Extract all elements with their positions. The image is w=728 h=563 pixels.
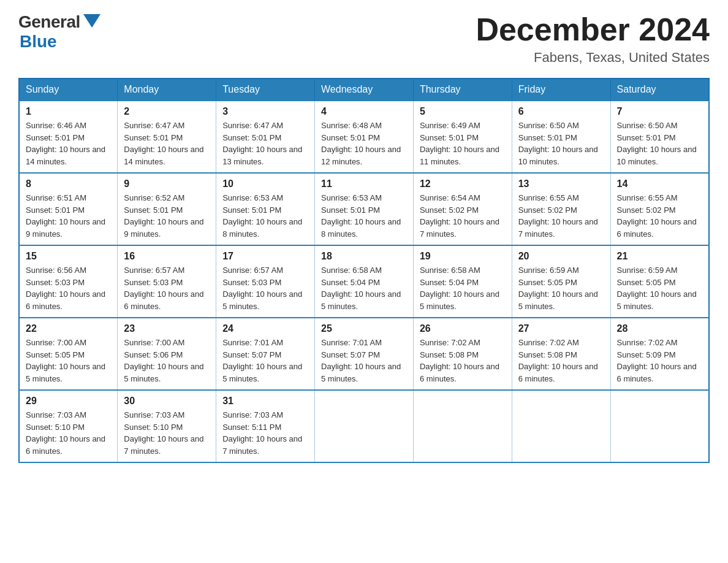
- calendar-cell: 6Sunrise: 6:50 AMSunset: 5:01 PMDaylight…: [512, 101, 610, 173]
- calendar-cell: 9Sunrise: 6:52 AMSunset: 5:01 PMDaylight…: [118, 173, 216, 245]
- day-info: Sunrise: 7:00 AMSunset: 5:05 PMDaylight:…: [26, 337, 111, 385]
- calendar-header-sunday: Sunday: [19, 79, 118, 101]
- calendar-header-monday: Monday: [118, 79, 216, 101]
- day-info: Sunrise: 6:50 AMSunset: 5:01 PMDaylight:…: [518, 120, 604, 167]
- day-number: 3: [222, 106, 308, 117]
- day-number: 5: [420, 106, 506, 117]
- page-header: General Blue December 2024 Fabens, Texas…: [18, 12, 710, 66]
- day-number: 25: [321, 323, 407, 334]
- day-info: Sunrise: 6:53 AMSunset: 5:01 PMDaylight:…: [321, 192, 407, 240]
- calendar-header-friday: Friday: [512, 79, 610, 101]
- calendar-cell: 18Sunrise: 6:58 AMSunset: 5:04 PMDayligh…: [315, 245, 414, 318]
- day-info: Sunrise: 6:47 AMSunset: 5:01 PMDaylight:…: [222, 120, 308, 167]
- calendar-header-row: SundayMondayTuesdayWednesdayThursdayFrid…: [19, 79, 709, 101]
- day-info: Sunrise: 6:49 AMSunset: 5:01 PMDaylight:…: [420, 120, 506, 167]
- calendar-cell: 22Sunrise: 7:00 AMSunset: 5:05 PMDayligh…: [19, 318, 118, 390]
- day-info: Sunrise: 7:01 AMSunset: 5:07 PMDaylight:…: [321, 337, 407, 385]
- svg-marker-0: [83, 14, 100, 28]
- calendar-cell: [413, 390, 512, 462]
- day-info: Sunrise: 6:50 AMSunset: 5:01 PMDaylight:…: [617, 120, 702, 167]
- day-info: Sunrise: 6:57 AMSunset: 5:03 PMDaylight:…: [222, 264, 308, 312]
- calendar-cell: 25Sunrise: 7:01 AMSunset: 5:07 PMDayligh…: [315, 318, 414, 390]
- calendar-week-row-2: 8Sunrise: 6:51 AMSunset: 5:01 PMDaylight…: [19, 173, 709, 245]
- calendar-cell: 8Sunrise: 6:51 AMSunset: 5:01 PMDaylight…: [19, 173, 118, 245]
- day-info: Sunrise: 7:03 AMSunset: 5:10 PMDaylight:…: [26, 409, 111, 457]
- day-info: Sunrise: 6:55 AMSunset: 5:02 PMDaylight:…: [518, 192, 604, 240]
- day-number: 22: [26, 323, 111, 334]
- day-number: 13: [518, 178, 604, 190]
- day-number: 20: [518, 251, 604, 262]
- calendar-cell: 16Sunrise: 6:57 AMSunset: 5:03 PMDayligh…: [118, 245, 216, 318]
- day-info: Sunrise: 6:48 AMSunset: 5:01 PMDaylight:…: [321, 120, 407, 167]
- day-number: 24: [222, 323, 308, 334]
- calendar-cell: 19Sunrise: 6:58 AMSunset: 5:04 PMDayligh…: [413, 245, 512, 318]
- day-number: 29: [26, 396, 111, 407]
- logo-general-text: General: [18, 12, 80, 32]
- calendar-week-row-1: 1Sunrise: 6:46 AMSunset: 5:01 PMDaylight…: [19, 101, 709, 173]
- day-number: 2: [124, 106, 210, 117]
- calendar-cell: 5Sunrise: 6:49 AMSunset: 5:01 PMDaylight…: [413, 101, 512, 173]
- day-number: 15: [26, 251, 111, 262]
- calendar-cell: 27Sunrise: 7:02 AMSunset: 5:08 PMDayligh…: [512, 318, 610, 390]
- day-number: 18: [321, 251, 407, 262]
- calendar-cell: 21Sunrise: 6:59 AMSunset: 5:05 PMDayligh…: [610, 245, 709, 318]
- day-number: 9: [124, 178, 210, 190]
- day-info: Sunrise: 6:46 AMSunset: 5:01 PMDaylight:…: [26, 120, 111, 167]
- calendar-cell: 12Sunrise: 6:54 AMSunset: 5:02 PMDayligh…: [413, 173, 512, 245]
- calendar-header-thursday: Thursday: [413, 79, 512, 101]
- day-info: Sunrise: 6:56 AMSunset: 5:03 PMDaylight:…: [26, 264, 111, 312]
- day-info: Sunrise: 7:02 AMSunset: 5:09 PMDaylight:…: [617, 337, 702, 385]
- day-info: Sunrise: 7:03 AMSunset: 5:10 PMDaylight:…: [124, 409, 210, 457]
- day-info: Sunrise: 6:59 AMSunset: 5:05 PMDaylight:…: [617, 264, 702, 312]
- calendar-cell: 14Sunrise: 6:55 AMSunset: 5:02 PMDayligh…: [610, 173, 709, 245]
- calendar-cell: 13Sunrise: 6:55 AMSunset: 5:02 PMDayligh…: [512, 173, 610, 245]
- day-info: Sunrise: 7:01 AMSunset: 5:07 PMDaylight:…: [222, 337, 308, 385]
- calendar-cell: 23Sunrise: 7:00 AMSunset: 5:06 PMDayligh…: [118, 318, 216, 390]
- day-info: Sunrise: 6:59 AMSunset: 5:05 PMDaylight:…: [518, 264, 604, 312]
- day-info: Sunrise: 6:55 AMSunset: 5:02 PMDaylight:…: [617, 192, 702, 240]
- logo-arrow-icon: [83, 14, 100, 28]
- calendar-header-tuesday: Tuesday: [216, 79, 315, 101]
- day-number: 27: [518, 323, 604, 334]
- day-info: Sunrise: 7:03 AMSunset: 5:11 PMDaylight:…: [222, 409, 308, 457]
- day-info: Sunrise: 7:02 AMSunset: 5:08 PMDaylight:…: [420, 337, 506, 385]
- day-info: Sunrise: 6:57 AMSunset: 5:03 PMDaylight:…: [124, 264, 210, 312]
- calendar-cell: 3Sunrise: 6:47 AMSunset: 5:01 PMDaylight…: [216, 101, 315, 173]
- calendar-cell: 11Sunrise: 6:53 AMSunset: 5:01 PMDayligh…: [315, 173, 414, 245]
- day-number: 31: [222, 396, 308, 407]
- day-number: 26: [420, 323, 506, 334]
- calendar-cell: [315, 390, 414, 462]
- calendar-cell: 2Sunrise: 6:47 AMSunset: 5:01 PMDaylight…: [118, 101, 216, 173]
- day-info: Sunrise: 7:02 AMSunset: 5:08 PMDaylight:…: [518, 337, 604, 385]
- day-info: Sunrise: 7:00 AMSunset: 5:06 PMDaylight:…: [124, 337, 210, 385]
- calendar-cell: [610, 390, 709, 462]
- day-number: 16: [124, 251, 210, 262]
- calendar-cell: 10Sunrise: 6:53 AMSunset: 5:01 PMDayligh…: [216, 173, 315, 245]
- calendar-cell: 15Sunrise: 6:56 AMSunset: 5:03 PMDayligh…: [19, 245, 118, 318]
- day-number: 11: [321, 178, 407, 190]
- day-number: 8: [26, 178, 111, 190]
- day-number: 4: [321, 106, 407, 117]
- day-number: 30: [124, 396, 210, 407]
- day-info: Sunrise: 6:52 AMSunset: 5:01 PMDaylight:…: [124, 192, 210, 240]
- calendar-cell: 20Sunrise: 6:59 AMSunset: 5:05 PMDayligh…: [512, 245, 610, 318]
- logo-blue-text: Blue: [20, 32, 57, 51]
- calendar-cell: 28Sunrise: 7:02 AMSunset: 5:09 PMDayligh…: [610, 318, 709, 390]
- day-number: 28: [617, 323, 702, 334]
- calendar-cell: [512, 390, 610, 462]
- calendar-week-row-4: 22Sunrise: 7:00 AMSunset: 5:05 PMDayligh…: [19, 318, 709, 390]
- calendar-header-saturday: Saturday: [610, 79, 709, 101]
- calendar-week-row-5: 29Sunrise: 7:03 AMSunset: 5:10 PMDayligh…: [19, 390, 709, 462]
- calendar-cell: 24Sunrise: 7:01 AMSunset: 5:07 PMDayligh…: [216, 318, 315, 390]
- calendar-table: SundayMondayTuesdayWednesdayThursdayFrid…: [18, 78, 710, 463]
- calendar-cell: 1Sunrise: 6:46 AMSunset: 5:01 PMDaylight…: [19, 101, 118, 173]
- day-info: Sunrise: 6:58 AMSunset: 5:04 PMDaylight:…: [321, 264, 407, 312]
- logo: General Blue: [18, 12, 100, 52]
- calendar-cell: 30Sunrise: 7:03 AMSunset: 5:10 PMDayligh…: [118, 390, 216, 462]
- day-info: Sunrise: 6:53 AMSunset: 5:01 PMDaylight:…: [222, 192, 308, 240]
- day-number: 19: [420, 251, 506, 262]
- calendar-week-row-3: 15Sunrise: 6:56 AMSunset: 5:03 PMDayligh…: [19, 245, 709, 318]
- day-number: 10: [222, 178, 308, 190]
- day-info: Sunrise: 6:51 AMSunset: 5:01 PMDaylight:…: [26, 192, 111, 240]
- day-number: 6: [518, 106, 604, 117]
